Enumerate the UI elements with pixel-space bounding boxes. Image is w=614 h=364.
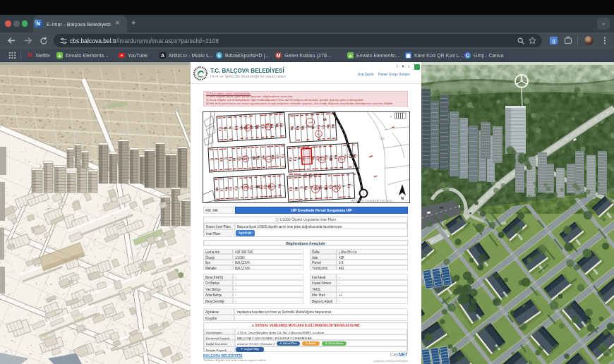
svg-text:M: M xyxy=(255,125,259,129)
svg-text:6-5: 6-5 xyxy=(267,158,270,161)
svg-text:438: 438 xyxy=(308,121,313,124)
svg-text:N: N xyxy=(401,196,404,200)
svg-text:2-5: 2-5 xyxy=(334,188,337,190)
svg-text:1-3: 1-3 xyxy=(320,159,323,162)
svg-text:M: M xyxy=(256,185,260,189)
svg-text:3-1: 3-1 xyxy=(243,186,247,189)
svg-text:M: M xyxy=(252,156,255,160)
svg-text:8-6: 8-6 xyxy=(266,126,270,128)
svg-text:M: M xyxy=(323,117,327,121)
svg-text:▪▪: ▪▪ xyxy=(390,115,392,118)
svg-text:2: 2 xyxy=(363,193,364,195)
svg-text:4-1: 4-1 xyxy=(317,133,320,135)
svg-text:4-5: 4-5 xyxy=(339,158,343,161)
svg-text:8-3: 8-3 xyxy=(246,127,249,130)
svg-text:2108: 2108 xyxy=(303,145,309,148)
svg-text:6-3: 6-3 xyxy=(243,158,247,161)
svg-text:M: M xyxy=(330,157,333,162)
svg-text:3-9: 3-9 xyxy=(270,186,273,188)
svg-text:M: M xyxy=(325,186,328,190)
svg-text:525: 525 xyxy=(380,138,385,140)
svg-text:438: 438 xyxy=(313,188,318,190)
